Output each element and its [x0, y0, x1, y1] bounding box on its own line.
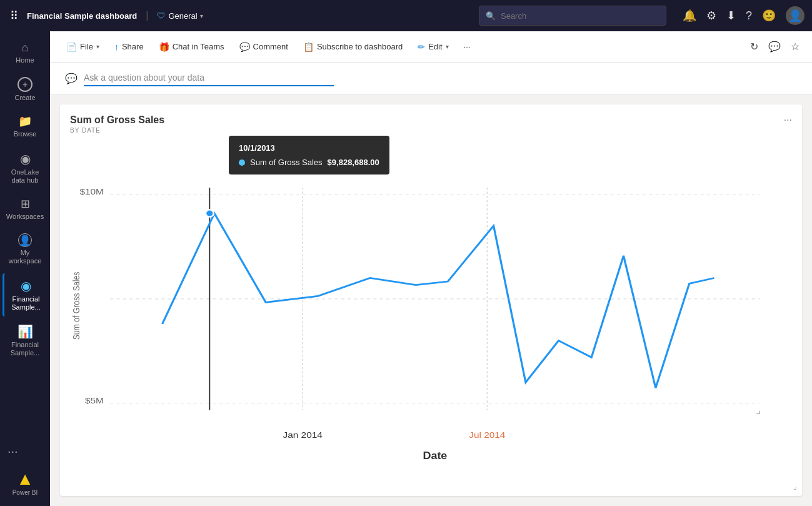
- svg-text:Jul 2014: Jul 2014: [469, 430, 505, 440]
- svg-text:Date: Date: [423, 450, 447, 462]
- financial-report-icon: 📊: [18, 324, 33, 339]
- qa-icon: 💬: [65, 73, 78, 84]
- svg-text:$10M: $10M: [79, 187, 104, 196]
- workspace-name: General: [168, 11, 197, 21]
- help-icon[interactable]: ?: [746, 9, 752, 23]
- workspaces-icon: ⊞: [21, 197, 30, 211]
- settings-icon[interactable]: ⚙: [706, 9, 716, 23]
- search-bar[interactable]: 🔍: [479, 6, 666, 26]
- subscribe-button[interactable]: 📋 Subscribe to dashboard: [297, 38, 409, 56]
- content-area: 📄 File ▾ ↑ Share 🎁 Chat in Teams 💬 Comme…: [50, 31, 812, 506]
- app-title: Financial Sample dashboard: [27, 11, 137, 21]
- file-icon: 📄: [66, 42, 77, 52]
- chat-label: Chat in Teams: [173, 42, 224, 51]
- powerbi-logo-icon: ▲: [16, 469, 34, 489]
- sidebar-item-create[interactable]: + Create: [3, 72, 48, 107]
- line-chart: $10M $5M Sum of Gross Sales Jan 2014 Jul…: [70, 139, 792, 473]
- file-label: File: [80, 42, 93, 51]
- chart-svg-wrapper: $10M $5M Sum of Gross Sales Jan 2014 Jul…: [70, 139, 792, 473]
- chat-in-teams-button[interactable]: 🎁 Chat in Teams: [153, 38, 231, 56]
- sidebar-item-workspaces-label: Workspaces: [6, 213, 44, 221]
- subscribe-icon: 📋: [303, 42, 314, 52]
- chart-title: Sum of Gross Sales: [70, 114, 792, 126]
- action-bar: 📄 File ▾ ↑ Share 🎁 Chat in Teams 💬 Comme…: [50, 31, 812, 63]
- share-icon: ↑: [114, 42, 119, 52]
- user-avatar[interactable]: 👤: [786, 6, 804, 25]
- teams-icon: 🎁: [159, 42, 169, 52]
- sidebar-item-browse[interactable]: 📁 Browse: [3, 109, 48, 143]
- sidebar-item-home[interactable]: ⌂ Home: [3, 36, 48, 69]
- comment-label: Comment: [253, 42, 288, 51]
- more-label: ···: [464, 42, 471, 51]
- svg-text:Sum of Gross Sales: Sum of Gross Sales: [72, 271, 82, 340]
- sidebar-item-financial-dashboard[interactable]: ◉ Financial Sample...: [3, 273, 48, 316]
- subscribe-label: Subscribe to dashboard: [317, 42, 403, 51]
- svg-text:$5M: $5M: [85, 396, 104, 405]
- workspace-selector[interactable]: 🛡 General ▾: [157, 11, 203, 21]
- sidebar-item-financial-report-label: Financial Sample...: [5, 341, 45, 357]
- apps-grid-icon[interactable]: ⠿: [8, 6, 21, 25]
- share-button[interactable]: ↑ Share: [108, 38, 150, 56]
- sidebar-item-onelake[interactable]: ◉ OneLake data hub: [3, 146, 48, 190]
- powerbi-logo-text: Power BI: [13, 489, 38, 496]
- qa-bar: 💬: [50, 63, 812, 94]
- edit-chevron-icon: ▾: [446, 43, 449, 50]
- svg-point-12: [206, 210, 214, 216]
- edit-button[interactable]: ✏ Edit ▾: [411, 38, 454, 56]
- action-bar-right: ↻ 💬 ☆: [748, 38, 802, 55]
- onelake-icon: ◉: [20, 151, 31, 166]
- svg-text:Jan 2014: Jan 2014: [283, 430, 322, 440]
- create-icon: +: [18, 77, 33, 92]
- notification-icon[interactable]: 🔔: [683, 9, 696, 23]
- top-nav-actions: 🔔 ⚙ ⬇ ? 🙂 👤: [683, 6, 804, 25]
- chevron-down-icon: ▾: [200, 13, 203, 19]
- more-button[interactable]: ···: [458, 38, 477, 55]
- home-icon: ⌂: [22, 41, 29, 54]
- chart-menu-button[interactable]: ···: [784, 114, 792, 126]
- edit-label: Edit: [428, 42, 442, 51]
- chart-container: Sum of Gross Sales BY DATE ··· 10/1/2013…: [60, 104, 802, 496]
- sidebar-item-my-workspace[interactable]: 👤 My workspace: [3, 228, 48, 270]
- feedback-icon[interactable]: 🙂: [762, 9, 776, 23]
- main-layout: ⌂ Home + Create 📁 Browse ◉ OneLake data …: [0, 31, 812, 506]
- nav-divider: |: [146, 10, 148, 21]
- comment-icon: 💬: [239, 42, 250, 52]
- chart-resize-handle[interactable]: ⌟: [793, 482, 797, 491]
- sidebar-item-onelake-label: OneLake data hub: [5, 168, 45, 185]
- download-icon[interactable]: ⬇: [726, 9, 736, 23]
- my-workspace-icon: 👤: [18, 233, 32, 247]
- search-input[interactable]: [501, 11, 659, 21]
- file-button[interactable]: 📄 File ▾: [60, 38, 106, 56]
- sidebar-item-financial-report[interactable]: 📊 Financial Sample...: [3, 319, 48, 362]
- financial-dashboard-icon: ◉: [21, 278, 31, 293]
- sidebar-bottom: ··· ▲ Power BI: [3, 439, 48, 501]
- star-icon[interactable]: ☆: [788, 38, 802, 55]
- chart-subtitle: BY DATE: [70, 127, 792, 134]
- sidebar-item-financial-dashboard-label: Financial Sample...: [7, 295, 45, 311]
- search-icon: 🔍: [486, 11, 496, 21]
- edit-icon: ✏: [418, 42, 425, 52]
- sidebar-item-browse-label: Browse: [14, 130, 37, 138]
- top-navigation: ⠿ Financial Sample dashboard | 🛡 General…: [0, 0, 812, 31]
- share-label: Share: [122, 42, 144, 51]
- qa-input[interactable]: [84, 70, 334, 86]
- sidebar-item-my-workspace-label: My workspace: [5, 249, 45, 265]
- action-chat-icon[interactable]: 💬: [766, 38, 783, 55]
- sidebar-item-workspaces[interactable]: ⊞ Workspaces: [3, 192, 48, 226]
- sidebar-item-home-label: Home: [16, 56, 34, 64]
- browse-icon: 📁: [18, 114, 32, 128]
- refresh-icon[interactable]: ↻: [748, 38, 761, 55]
- sidebar: ⌂ Home + Create 📁 Browse ◉ OneLake data …: [0, 31, 50, 506]
- svg-text:⌟: ⌟: [756, 405, 761, 417]
- comment-button[interactable]: 💬 Comment: [233, 38, 294, 56]
- file-chevron-icon: ▾: [96, 43, 99, 50]
- shield-icon: 🛡: [157, 11, 166, 21]
- powerbi-logo: ▲ Power BI: [3, 463, 48, 501]
- sidebar-more-button[interactable]: ···: [3, 439, 48, 463]
- sidebar-item-create-label: Create: [14, 94, 35, 102]
- avatar-icon: 👤: [788, 9, 802, 23]
